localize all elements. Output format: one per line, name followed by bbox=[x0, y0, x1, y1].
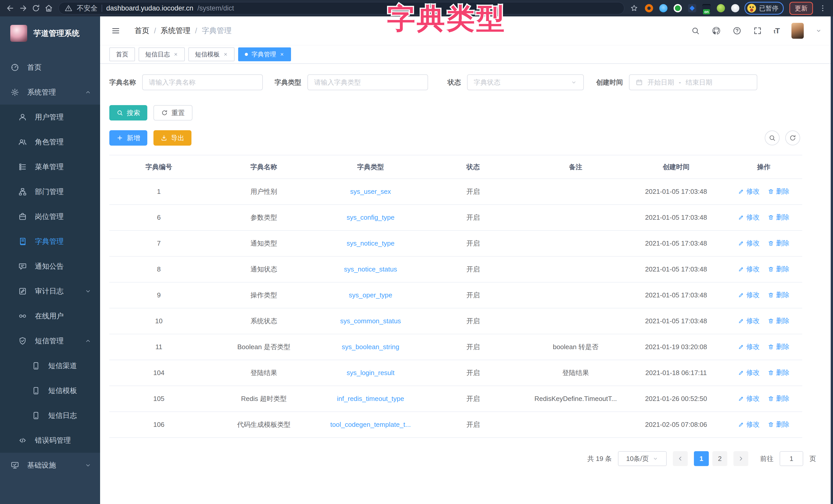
sidebar-item-短信日志[interactable]: 短信日志 bbox=[0, 403, 100, 428]
tab-短信日志[interactable]: 短信日志 bbox=[139, 47, 185, 61]
on-badge-extension-icon[interactable]: on bbox=[703, 4, 711, 12]
browser-update-button[interactable]: 更新 bbox=[789, 2, 813, 15]
dict-name-input[interactable] bbox=[142, 74, 263, 90]
sidebar-item-用户管理[interactable]: 用户管理 bbox=[0, 105, 100, 129]
sidebar-item-在线用户[interactable]: 在线用户 bbox=[0, 304, 100, 328]
sidebar-item-短信管理[interactable]: 短信管理 bbox=[0, 328, 100, 353]
blue-extension-icon[interactable] bbox=[659, 4, 667, 12]
cell-dict-type-value[interactable]: sys_notice_type bbox=[347, 240, 395, 247]
url-separator bbox=[102, 5, 102, 12]
toggle-search-button[interactable] bbox=[765, 130, 780, 145]
edit-link[interactable]: 修改 bbox=[738, 213, 760, 222]
leaf-extension-icon[interactable] bbox=[717, 4, 725, 12]
edit-link[interactable]: 修改 bbox=[738, 342, 760, 351]
tab-首页[interactable]: 首页 bbox=[109, 47, 135, 61]
sidebar-item-短信模板[interactable]: 短信模板 bbox=[0, 378, 100, 403]
orange-extension-icon[interactable] bbox=[645, 4, 653, 12]
delete-link[interactable]: 删除 bbox=[768, 213, 789, 222]
date-range-picker[interactable]: 开始日期 - 结束日期 bbox=[629, 74, 757, 90]
breadcrumb-home[interactable]: 首页 bbox=[135, 26, 149, 36]
search-button[interactable]: 搜索 bbox=[109, 105, 147, 121]
edit-link[interactable]: 修改 bbox=[738, 264, 760, 274]
edit-link[interactable]: 修改 bbox=[738, 239, 760, 248]
cell-dict-type-value[interactable]: sys_common_status bbox=[340, 317, 401, 325]
tab-短信模板[interactable]: 短信模板 bbox=[188, 47, 235, 61]
browser-reload-icon[interactable] bbox=[30, 3, 42, 14]
cell-dict-type-value[interactable]: sys_login_result bbox=[347, 369, 395, 377]
cell-dict-type-value[interactable]: tool_codegen_template_t... bbox=[330, 421, 411, 428]
delete-link[interactable]: 删除 bbox=[768, 239, 789, 248]
sidebar-item-菜单管理[interactable]: 菜单管理 bbox=[0, 154, 100, 179]
edit-link[interactable]: 修改 bbox=[738, 368, 760, 377]
sidebar-item-角色管理[interactable]: 角色管理 bbox=[0, 129, 100, 154]
edit-link[interactable]: 修改 bbox=[738, 420, 760, 429]
sidebar-item-审计日志[interactable]: 审计日志 bbox=[0, 279, 100, 304]
cell-dict-type-value[interactable]: sys_user_sex bbox=[350, 188, 391, 195]
sidebar-item-部门管理[interactable]: 部门管理 bbox=[0, 179, 100, 204]
sidebar-item-短信渠道[interactable]: 短信渠道 bbox=[0, 353, 100, 378]
sidebar-item-字典管理[interactable]: 字典管理 bbox=[0, 229, 100, 254]
close-icon[interactable] bbox=[173, 52, 178, 57]
paused-extension-button[interactable]: 已暂停 bbox=[744, 2, 784, 15]
github-icon[interactable] bbox=[712, 26, 721, 35]
cell-dict-type-value[interactable]: sys_oper_type bbox=[349, 291, 392, 299]
edit-link[interactable]: 修改 bbox=[738, 187, 760, 196]
hamburger-icon[interactable] bbox=[111, 26, 120, 35]
browser-back-icon[interactable] bbox=[5, 3, 16, 14]
header-search-icon[interactable] bbox=[691, 26, 700, 35]
close-icon[interactable] bbox=[223, 52, 228, 57]
sidebar-item-首页[interactable]: 首页 bbox=[0, 55, 100, 80]
delete-link[interactable]: 删除 bbox=[768, 291, 789, 299]
page-button-1[interactable]: 1 bbox=[694, 451, 709, 466]
sidebar-item-通知公告[interactable]: 通知公告 bbox=[0, 254, 100, 279]
cell-dict-type-value[interactable]: sys_config_type bbox=[347, 213, 395, 221]
delete-link[interactable]: 删除 bbox=[768, 342, 789, 351]
bookmark-star-icon[interactable] bbox=[628, 3, 640, 14]
browser-home-icon[interactable] bbox=[43, 3, 54, 14]
delete-link[interactable]: 删除 bbox=[768, 420, 789, 429]
page-button-2[interactable]: 2 bbox=[712, 451, 727, 466]
status-select[interactable]: 字典状态 bbox=[467, 74, 584, 90]
breadcrumb-system[interactable]: 系统管理 bbox=[161, 26, 190, 36]
close-icon[interactable] bbox=[280, 52, 284, 57]
delete-link-label: 删除 bbox=[776, 420, 789, 429]
add-button[interactable]: 新增 bbox=[109, 130, 147, 146]
goto-page-input[interactable] bbox=[780, 451, 803, 466]
next-page-button[interactable] bbox=[733, 451, 748, 466]
sidebar-item-基础设施[interactable]: 基础设施 bbox=[0, 453, 100, 478]
avatar-caret-down-icon[interactable] bbox=[815, 28, 822, 34]
browser-forward-icon[interactable] bbox=[18, 3, 29, 14]
edit-link[interactable]: 修改 bbox=[738, 291, 760, 299]
delete-link[interactable]: 删除 bbox=[768, 187, 789, 196]
page-size-select[interactable]: 10条/页 bbox=[618, 451, 667, 466]
font-size-icon[interactable]: tT bbox=[774, 26, 780, 35]
green-extension-icon[interactable] bbox=[674, 4, 682, 12]
sidebar-item-岗位管理[interactable]: 岗位管理 bbox=[0, 204, 100, 229]
edit-link[interactable]: 修改 bbox=[738, 394, 760, 403]
prev-page-button[interactable] bbox=[673, 451, 688, 466]
cell-dict-type-value[interactable]: sys_notice_status bbox=[344, 265, 397, 273]
delete-link[interactable]: 删除 bbox=[768, 394, 789, 403]
dog-extension-icon[interactable] bbox=[731, 4, 739, 12]
edit-link[interactable]: 修改 bbox=[738, 316, 760, 325]
sidebar-item-错误码管理[interactable]: 错误码管理 bbox=[0, 428, 100, 453]
dict-type-input[interactable] bbox=[307, 74, 428, 90]
export-button[interactable]: 导出 bbox=[153, 130, 191, 146]
reset-button[interactable]: 重置 bbox=[153, 105, 192, 121]
grid-extension-icon[interactable] bbox=[688, 4, 696, 12]
help-icon[interactable] bbox=[733, 26, 741, 35]
delete-link[interactable]: 删除 bbox=[768, 368, 789, 377]
sidebar-logo[interactable]: 芋道管理系统 bbox=[0, 17, 100, 50]
sidebar-item-系统管理[interactable]: 系统管理 bbox=[0, 80, 100, 105]
fullscreen-icon[interactable] bbox=[753, 26, 762, 35]
browser-menu-icon[interactable] bbox=[817, 3, 828, 14]
active-tab-dot bbox=[245, 53, 248, 56]
cell-dict-type-value[interactable]: inf_redis_timeout_type bbox=[337, 395, 404, 402]
refresh-table-button[interactable] bbox=[785, 130, 800, 145]
delete-link[interactable]: 删除 bbox=[768, 316, 789, 325]
address-bar[interactable]: 不安全 dashboard.yudao.iocoder.cn /system/d… bbox=[58, 2, 624, 14]
cell-dict-type-value[interactable]: sys_boolean_string bbox=[342, 343, 399, 351]
delete-link[interactable]: 删除 bbox=[768, 264, 789, 274]
avatar[interactable] bbox=[791, 23, 804, 39]
tab-字典管理[interactable]: 字典管理 bbox=[238, 47, 291, 61]
